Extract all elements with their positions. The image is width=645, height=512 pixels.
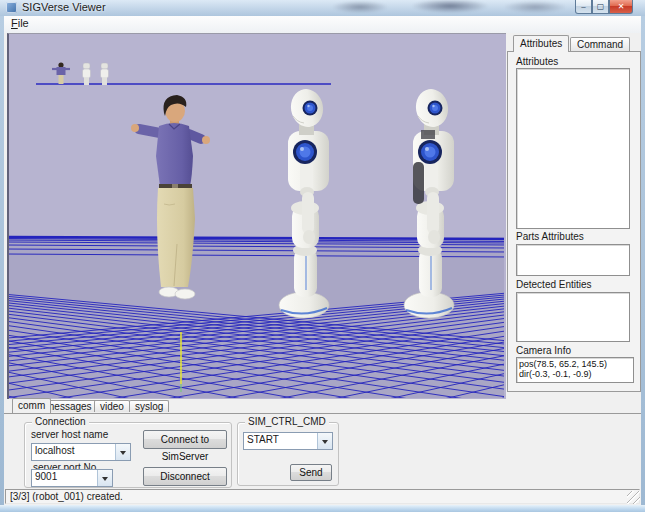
right-panel: Attributes Command Attributes Parts Attr…: [507, 33, 641, 398]
maximize-icon: ▢: [597, 3, 605, 11]
close-button[interactable]: ✕: [609, 0, 633, 14]
dropdown-arrow-icon: [120, 451, 126, 458]
tab-attributes[interactable]: Attributes: [513, 35, 569, 52]
window-frame-bottom: [0, 505, 645, 512]
send-button[interactable]: Send: [290, 464, 332, 481]
detected-entities-list[interactable]: [516, 292, 630, 342]
detected-entities-label: Detected Entities: [516, 279, 592, 290]
minimize-button[interactable]: –: [575, 0, 592, 14]
minimize-icon: –: [581, 3, 585, 11]
connection-group-label: Connection: [32, 416, 89, 427]
server-host-label: server host name: [31, 429, 108, 440]
server-host-value: localhost: [32, 444, 115, 460]
sim-ctrl-groupbox: SIM_CTRL_CMD START Send: [237, 422, 339, 486]
camera-info-label: Camera Info: [516, 345, 571, 356]
bottom-panel: comm messages video syslog Connection se…: [4, 398, 641, 488]
sim-ctrl-group-label: SIM_CTRL_CMD: [245, 416, 329, 427]
connection-groupbox: Connection server host name localhost se…: [24, 422, 232, 488]
title-bar[interactable]: SIGVerse Viewer – ▢ ✕: [0, 0, 645, 16]
sim-ctrl-dropdown-button[interactable]: [317, 433, 332, 449]
server-host-dropdown-button[interactable]: [115, 444, 130, 460]
dropdown-arrow-icon: [322, 440, 328, 447]
sim-ctrl-combobox[interactable]: START: [243, 432, 333, 450]
disconnect-button[interactable]: Disconnect SimServer: [143, 467, 227, 486]
connect-button[interactable]: Connect to SimServer: [143, 430, 227, 449]
tab-command[interactable]: Command: [570, 37, 630, 51]
attributes-label: Attributes: [516, 56, 558, 67]
tab-syslog[interactable]: syslog: [129, 400, 169, 412]
sim-ctrl-value: START: [244, 433, 317, 449]
server-port-dropdown-button[interactable]: [97, 470, 112, 486]
app-window: SIGVerse Viewer – ▢ ✕ File: [0, 0, 645, 512]
comm-tab-pane: Connection server host name localhost se…: [4, 413, 641, 488]
server-port-value: 9001: [32, 470, 97, 486]
status-bar: [3/3] (robot_001) created.: [4, 488, 641, 505]
close-icon: ✕: [618, 3, 625, 11]
app-icon: [6, 2, 17, 13]
tab-video[interactable]: video: [94, 400, 130, 412]
dropdown-arrow-icon: [102, 477, 108, 484]
window-frame-right: [641, 16, 645, 512]
right-tabstrip: Attributes Command: [507, 35, 641, 51]
attributes-pane: Attributes Parts Attributes Detected Ent…: [507, 51, 641, 392]
camera-pos: pos(78.5, 65.2, 145.5): [519, 359, 631, 369]
titlebar-glass-blur: [300, 0, 590, 16]
menu-bar: File: [4, 16, 641, 34]
parts-attributes-label: Parts Attributes: [516, 231, 584, 242]
resize-grip-icon[interactable]: [627, 491, 640, 504]
window-controls: – ▢ ✕: [575, 0, 633, 14]
attributes-list[interactable]: [516, 68, 630, 229]
viewport[interactable]: [7, 33, 506, 399]
parts-attributes-list[interactable]: [516, 244, 630, 276]
tab-comm[interactable]: comm: [12, 398, 51, 413]
server-host-combobox[interactable]: localhost: [31, 443, 131, 461]
camera-dir: dir(-0.3, -0.1, -0.9): [519, 369, 631, 379]
viewport-canvas[interactable]: [9, 34, 504, 398]
client-area: Attributes Command Attributes Parts Attr…: [4, 33, 641, 505]
menu-file[interactable]: File: [4, 16, 36, 32]
status-text: [3/3] (robot_001) created.: [5, 489, 640, 504]
server-port-combobox[interactable]: 9001: [31, 469, 113, 487]
camera-info-box: pos(78.5, 65.2, 145.5) dir(-0.3, -0.1, -…: [516, 357, 634, 383]
bottom-tabstrip: comm messages video syslog: [4, 398, 641, 413]
maximize-button[interactable]: ▢: [592, 0, 609, 14]
window-title: SIGVerse Viewer: [22, 1, 106, 13]
